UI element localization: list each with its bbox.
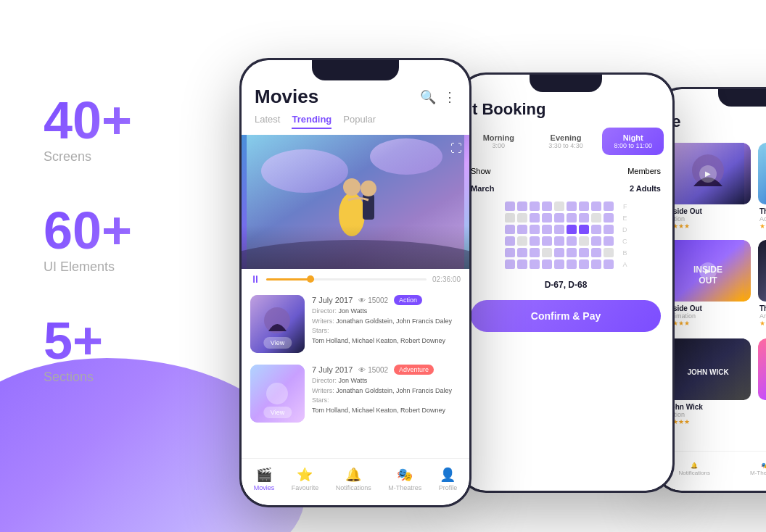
seat-f9[interactable]: [604, 201, 614, 211]
seat-d8[interactable]: [591, 225, 601, 234]
progress-time: 02:36:00: [432, 275, 461, 283]
seat-e4[interactable]: [542, 213, 552, 223]
seat-b2[interactable]: [517, 248, 527, 257]
seat-e7[interactable]: [579, 213, 589, 223]
show-value: March: [471, 184, 494, 193]
view-button-1[interactable]: View: [263, 337, 292, 349]
seat-d5[interactable]: [554, 225, 564, 234]
pause-icon[interactable]: ⏸: [250, 273, 260, 285]
seat-b6[interactable]: [567, 248, 577, 257]
movie-thumb-1: View: [250, 295, 305, 353]
mtheatres-icon-3: 🎭: [761, 462, 766, 469]
movie-card-1: View 7 July 2017 👁 15002 Action Di: [242, 289, 469, 359]
nav-favourite[interactable]: ⭐ Favourite: [292, 467, 319, 491]
nav-profile[interactable]: 👤 Profile: [439, 467, 458, 491]
seat-e9[interactable]: [604, 213, 614, 223]
seat-a8[interactable]: [591, 259, 601, 269]
bottom-nav-1: 🎬 Movies ⭐ Favourite 🔔 Notifications 🎭 M…: [242, 458, 469, 505]
seat-f1[interactable]: [505, 201, 515, 211]
tab-latest[interactable]: Latest: [255, 114, 280, 129]
seat-d1[interactable]: [505, 225, 515, 234]
seat-row-c: C: [468, 236, 664, 246]
seat-a5[interactable]: [554, 259, 564, 269]
seat-b5[interactable]: [554, 248, 564, 257]
search-icon[interactable]: 🔍: [420, 89, 436, 105]
nav3-notifications[interactable]: 🔔 Notifications: [678, 462, 710, 476]
phone-movies: Movies 🔍 ⋮ Latest Trending Popular: [239, 58, 471, 507]
seat-d2[interactable]: [517, 225, 527, 234]
play-icon-1[interactable]: ▶: [699, 165, 717, 183]
seat-d4[interactable]: [542, 225, 552, 234]
seat-a9[interactable]: [604, 259, 614, 269]
evening-slot[interactable]: Evening 3:30 to 4:30: [535, 128, 597, 155]
seat-d9[interactable]: [604, 225, 614, 234]
seat-f7[interactable]: [579, 201, 589, 211]
morning-label: Morning: [471, 133, 527, 142]
seat-c9[interactable]: [604, 236, 614, 246]
grid-movie-info-et: The Dark Knight Action ★★★★★: [758, 204, 766, 233]
confirm-pay-button[interactable]: Confirm & Pay: [471, 300, 661, 332]
grid-card-abstract: [758, 338, 766, 428]
grid-card-inside-out-1: ▶ Inside Out Action ★★★★: [665, 143, 751, 233]
phone-booking: t Booking Morning 3:00 Evening 3:30 to 4…: [457, 72, 675, 493]
seat-c1[interactable]: [505, 236, 515, 246]
seat-d3[interactable]: [530, 225, 540, 234]
seat-b1[interactable]: [505, 248, 515, 257]
movie-hero: ⛶: [242, 135, 469, 269]
expand-icon[interactable]: ⛶: [450, 142, 462, 155]
seat-e1: [505, 213, 515, 223]
seat-c5[interactable]: [554, 236, 564, 246]
seat-d6-selected[interactable]: [567, 225, 577, 234]
seat-d7-selected[interactable]: [579, 225, 589, 234]
play-icon-3[interactable]: ▶: [699, 262, 717, 280]
movie-info-1: 7 July 2017 👁 15002 Action Director: Jon…: [312, 295, 461, 346]
movie-card-2: View 7 July 2017 👁 15002 Adventure: [242, 359, 469, 428]
nav-notifications[interactable]: 🔔 Notifications: [336, 467, 371, 491]
night-slot[interactable]: Night 8:00 to 11:00: [602, 128, 664, 155]
seat-b7[interactable]: [579, 248, 589, 257]
svg-point-2: [370, 138, 442, 175]
more-icon[interactable]: ⋮: [443, 89, 456, 105]
grid-card-inside-out-2: INSIDE OUT ▶ Inside Out Animation ★★★★: [665, 240, 751, 330]
svg-text:JOHN WICK: JOHN WICK: [687, 368, 729, 376]
seat-c6[interactable]: [567, 236, 577, 246]
seat-f6[interactable]: [567, 201, 577, 211]
seat-e2: [517, 213, 527, 223]
seat-f2[interactable]: [517, 201, 527, 211]
phone-notch-1: [312, 60, 399, 80]
seat-c3[interactable]: [530, 236, 540, 246]
seat-c8[interactable]: [591, 236, 601, 246]
eye-icon-2: 👁: [358, 366, 366, 374]
members-label: Members: [627, 167, 661, 175]
seat-b8[interactable]: [591, 248, 601, 257]
seat-e5[interactable]: [554, 213, 564, 223]
seat-e3[interactable]: [530, 213, 540, 223]
tab-trending[interactable]: Trending: [292, 114, 331, 129]
seat-e6[interactable]: [567, 213, 577, 223]
seat-a4[interactable]: [542, 259, 552, 269]
thumb-abstract: [758, 338, 766, 400]
seat-f4[interactable]: [542, 201, 552, 211]
seat-a2[interactable]: [517, 259, 527, 269]
grid-movie-info-2: Inside Out Animation ★★★★: [665, 302, 751, 330]
nav-mtheatres[interactable]: 🎭 M-Theatres: [388, 467, 421, 491]
seat-b3[interactable]: [530, 248, 540, 257]
seat-grid: F E: [459, 197, 672, 275]
view-button-2[interactable]: View: [263, 407, 292, 418]
seat-f8[interactable]: [591, 201, 601, 211]
movies-header-icons: 🔍 ⋮: [420, 89, 456, 105]
morning-slot[interactable]: Morning 3:00: [468, 128, 530, 155]
seat-a1[interactable]: [505, 259, 515, 269]
seat-a7[interactable]: [579, 259, 589, 269]
seat-a3[interactable]: [530, 259, 540, 269]
seat-f3[interactable]: [530, 201, 540, 211]
seat-c4[interactable]: [542, 236, 552, 246]
seat-a6[interactable]: [567, 259, 577, 269]
progress-track[interactable]: [266, 278, 427, 280]
nav3-mtheatres[interactable]: 🎭 M-Theatres: [750, 462, 766, 476]
movie-date-row-2: 7 July 2017 👁 15002 Adventure: [312, 365, 461, 375]
nav-profile-label: Profile: [439, 484, 458, 491]
nav-movies[interactable]: 🎬 Movies: [254, 467, 275, 491]
grid-stars-jw: ★★★★: [667, 418, 749, 425]
tab-popular[interactable]: Popular: [343, 114, 376, 129]
